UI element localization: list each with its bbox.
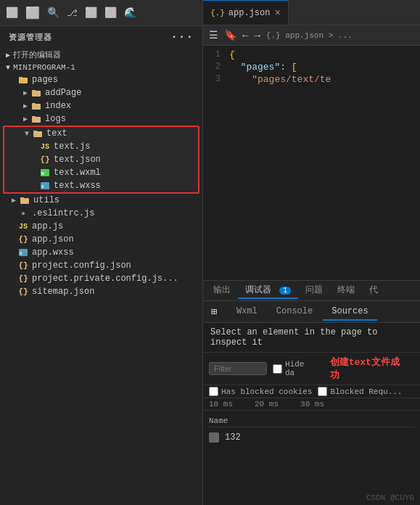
project-config-file[interactable]: {} project.config.json	[0, 259, 202, 272]
timeline-30ms: 30 ms	[300, 400, 324, 408]
wxml-file-icon: W	[39, 167, 51, 178]
index-label: index	[45, 101, 71, 111]
blocked-requests-group: Blocked Requ...	[318, 387, 402, 396]
network-row[interactable]: 132	[209, 430, 414, 445]
svg-rect-9	[33, 131, 37, 132]
sidebar: ⬜ ⬜ 🔍 ⎇ ⬜ ⬜ 🌊 资源管理器 ··· ▶ 打开的编辑器 ▼ MINIP…	[0, 0, 203, 505]
open-editors-section[interactable]: ▶ 打开的编辑器	[0, 48, 202, 62]
blocked-requests-checkbox[interactable]	[318, 387, 327, 396]
bookmark-icon[interactable]: 🔖	[224, 29, 236, 41]
menu-icon[interactable]: ☰	[209, 29, 218, 41]
tab-close-button[interactable]: ×	[274, 8, 280, 18]
hide-data-checkbox[interactable]	[273, 364, 282, 374]
network-col-name: Name	[209, 415, 414, 427]
panel-tab-terminal[interactable]: 终端	[330, 282, 362, 299]
inspect-message-text: Select an element in the page to inspect…	[210, 327, 377, 348]
code-line-3: 3 "pages/text/te	[203, 73, 420, 86]
timeline-bar: 10 ms 20 ms 30 ms	[203, 398, 420, 411]
json-file-icon: {}	[17, 234, 29, 245]
panel-tab-code[interactable]: 代	[362, 282, 385, 299]
svg-rect-8	[33, 131, 42, 137]
index-folder[interactable]: ▶ index	[0, 99, 202, 112]
svg-rect-5	[32, 103, 36, 104]
cursor-icon[interactable]: ⊞	[206, 304, 222, 320]
utils-folder[interactable]: ▶ utils	[0, 194, 202, 207]
breadcrumb-text: {.} app.json > ...	[266, 31, 353, 40]
panel-tab-problems[interactable]: 问题	[298, 282, 330, 299]
sitemap-label: sitemap.json	[32, 287, 94, 297]
json-file-icon: {}	[17, 273, 29, 284]
explorer-menu-button[interactable]: ···	[170, 30, 194, 44]
svg-rect-0	[19, 78, 28, 83]
svg-rect-6	[32, 117, 41, 123]
project-private-file[interactable]: {} project.private.config.js...	[0, 272, 202, 285]
app-json-tab[interactable]: {.} app.json ×	[203, 0, 289, 25]
devtools-tab-sources[interactable]: Sources	[323, 303, 376, 321]
app-js-file[interactable]: JS app.js	[0, 220, 202, 233]
text-wxss-label: text.wxss	[54, 181, 101, 191]
svg-text:S: S	[20, 251, 22, 256]
blocked-cookies-checkbox[interactable]	[209, 387, 218, 396]
editor-content[interactable]: 1 { 2 "pages": [ 3 "pages/text/te	[203, 46, 420, 280]
sources-tab-label: Sources	[332, 306, 368, 316]
sitemap-file[interactable]: {} sitemap.json	[0, 285, 202, 298]
pages-label: pages	[32, 75, 58, 85]
json-file-icon: {}	[17, 286, 29, 297]
extensions-icon[interactable]: ⬜	[104, 7, 117, 19]
text-json-file[interactable]: {} text.json	[4, 153, 198, 166]
code-line-1: 1 {	[203, 49, 420, 61]
chevron-down-icon: ▼	[6, 64, 10, 72]
devtools-tab-console[interactable]: Console	[268, 303, 321, 321]
text-js-file[interactable]: JS text.js	[4, 140, 198, 153]
output-tab-label: 输出	[213, 285, 231, 295]
project-private-label: project.private.config.js...	[32, 274, 178, 284]
svg-text:W: W	[41, 171, 44, 176]
addpage-folder[interactable]: ▶ addPage	[0, 86, 202, 99]
debug-icon[interactable]: ⬜	[85, 7, 97, 19]
wxss-file-icon: S	[39, 180, 51, 192]
svg-rect-2	[32, 91, 41, 97]
panel-tab-output[interactable]: 输出	[206, 282, 238, 299]
folder-open-icon	[32, 128, 44, 139]
forward-icon[interactable]: →	[254, 30, 260, 41]
app-wxss-file[interactable]: S app.wxss	[0, 246, 202, 259]
copy-icon[interactable]: ⬜	[25, 6, 40, 20]
cloud-icon[interactable]: 🌊	[124, 7, 136, 19]
watermark: CSDN @CUYG	[366, 493, 414, 502]
text-folder-label: text	[46, 128, 67, 139]
folder-icon	[30, 113, 42, 125]
folder-icon	[30, 100, 42, 112]
filter-input[interactable]	[209, 362, 267, 375]
line-number: 3	[203, 74, 229, 84]
eslintrc-label: .eslintrc.js	[32, 208, 94, 218]
file-tree: ▶ 打开的编辑器 ▼ MINIPROGRAM-1 pages ▶	[0, 48, 202, 505]
project-root-section[interactable]: ▼ MINIPROGRAM-1	[0, 62, 202, 73]
pages-folder[interactable]: pages	[0, 73, 202, 86]
svg-text:S: S	[41, 184, 44, 189]
eslintrc-file[interactable]: ● .eslintrc.js	[0, 207, 202, 220]
js-file-icon: JS	[17, 221, 29, 232]
filter-bar: Hide da 创建text文件成功	[203, 353, 420, 385]
text-wxml-file[interactable]: W text.wxml	[4, 166, 198, 179]
text-folder[interactable]: ▼ text	[4, 127, 198, 140]
app-json-file[interactable]: {} app.json	[0, 233, 202, 246]
breadcrumb: {.} app.json > ...	[266, 31, 353, 40]
chevron-right-icon: ▶	[6, 51, 10, 59]
logs-folder[interactable]: ▶ logs	[0, 112, 202, 126]
text-wxss-file[interactable]: S text.wxss	[4, 179, 198, 192]
line-number: 2	[203, 62, 229, 72]
text-folder-highlighted: ▼ text JS text.js {} text.json	[3, 126, 199, 194]
json-file-icon: {}	[39, 154, 51, 165]
code-content: "pages/text/te	[229, 74, 331, 85]
editor-tab-bar: {.} app.json ×	[203, 0, 420, 25]
devtools-tab-wxml[interactable]: Wxml	[228, 303, 266, 321]
bottom-panel: 输出 调试器 1 问题 终端 代 ⊞ Wxml Console	[203, 280, 420, 505]
panel-tab-debugger[interactable]: 调试器 1	[238, 282, 298, 299]
editor-toolbar: ☰ 🔖 ← → {.} app.json > ...	[203, 25, 420, 46]
file-copy-icon[interactable]: ⬜	[6, 7, 18, 19]
branch-icon[interactable]: ⎇	[67, 7, 78, 19]
back-icon[interactable]: ←	[242, 30, 248, 41]
explorer-header: 资源管理器 ···	[0, 26, 202, 48]
line-number: 1	[203, 49, 229, 59]
search-icon[interactable]: 🔍	[47, 7, 59, 19]
